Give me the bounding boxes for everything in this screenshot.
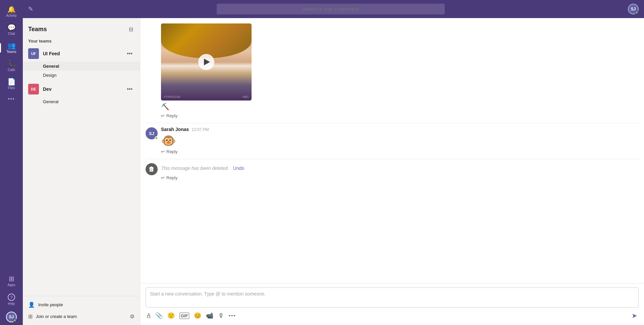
attach-icon: 📎 — [155, 312, 163, 319]
apps-icon: ⊞ — [9, 275, 14, 282]
sidebar-title: Teams — [28, 26, 47, 33]
apps-label: Apps — [8, 283, 15, 287]
compose-toolbar: A 📎 🙂 GIF 😊 📹 🎙 ••• — [146, 308, 639, 321]
nav-item-activity[interactable]: 🔔 Activity — [0, 3, 23, 21]
team-more-btn-dev[interactable]: ••• — [125, 85, 135, 93]
channel-item-general-uf[interactable]: General — [23, 62, 140, 71]
undo-button[interactable]: Undo — [233, 166, 244, 171]
list-item: 🗑 This message has been deleted. Undo ↩ … — [140, 160, 644, 184]
more-icon: ••• — [8, 96, 15, 101]
emoji-button[interactable]: 🙂 — [166, 311, 176, 321]
nav-item-files[interactable]: 📄 Files — [0, 75, 23, 93]
compose-placeholder: Start a new conversation. Type @ to ment… — [150, 291, 266, 297]
team-more-btn-ui-feed[interactable]: ••• — [125, 50, 135, 57]
nav-item-teams[interactable]: 👥 Teams — [0, 39, 23, 57]
reply-icon-3: ↩ — [161, 175, 165, 180]
divider-2 — [146, 159, 639, 159]
msg-avatar-deleted: 🗑 — [146, 163, 158, 175]
send-button[interactable]: ➤ — [630, 310, 639, 321]
team-row-dev[interactable]: DE Dev ••• — [23, 81, 140, 97]
reply-icon-1: ↩ — [161, 113, 165, 118]
nav-item-help[interactable]: ? Help — [0, 290, 23, 309]
invite-people-item[interactable]: 👤 Invite people — [28, 299, 135, 311]
sidebar-header: Teams ⊟ — [23, 18, 140, 37]
team-name-dev: Dev — [43, 86, 125, 92]
more-tools-button[interactable]: ••• — [227, 312, 237, 320]
join-team-item[interactable]: ⊞ Join or create a team ⚙ — [28, 311, 135, 322]
list-item: SJ Sarah Jonas 12:07 PM 🐵 ↩ Reply — [140, 124, 644, 158]
invite-icon: 👤 — [28, 302, 35, 308]
send-icon: ➤ — [632, 312, 637, 319]
left-nav: 🔔 Activity 💬 Chat 👥 Teams 📞 Calls 📄 File… — [0, 0, 23, 325]
join-icon: ⊞ — [28, 313, 33, 320]
avatar-status — [13, 319, 16, 322]
message-time: 12:07 PM — [192, 127, 209, 132]
search-bar-input[interactable] — [217, 4, 445, 14]
files-icon: 📄 — [7, 78, 16, 85]
video-message[interactable]: #THEISSUE NBC — [161, 23, 252, 101]
divider-1 — [146, 123, 639, 123]
compose-area: Start a new conversation. Type @ to ment… — [140, 283, 644, 325]
reply-icon-2: ↩ — [161, 149, 165, 154]
message-emoji: 🐵 — [161, 133, 639, 148]
filter-button[interactable]: ⊟ — [127, 25, 135, 34]
calls-icon: 📞 — [7, 60, 16, 67]
your-teams-label: Your teams — [23, 37, 140, 46]
msg-avatar-sarah: SJ — [146, 127, 158, 139]
more-tools-icon: ••• — [229, 313, 236, 318]
video-play-button[interactable] — [198, 54, 214, 70]
user-status-dot — [635, 11, 638, 14]
channel-item-general-dev[interactable]: General — [23, 97, 140, 106]
compose-new-icon[interactable]: ✎ — [28, 5, 33, 13]
activity-icon: 🔔 — [7, 6, 16, 13]
calls-label: Calls — [8, 68, 15, 72]
audio-button[interactable]: 🎙 — [217, 311, 225, 321]
activity-label: Activity — [6, 14, 17, 17]
meet-button[interactable]: 📹 — [205, 311, 215, 321]
audio-icon: 🎙 — [218, 312, 224, 319]
top-bar-overlay: ✎ SJ — [23, 0, 644, 18]
avatar[interactable]: SJ — [6, 312, 17, 322]
compose-input[interactable]: Start a new conversation. Type @ to ment… — [146, 287, 639, 308]
emoji-icon: 🙂 — [167, 312, 175, 319]
team-row-ui-feed[interactable]: UF UI Feed ••• — [23, 46, 140, 62]
nav-item-chat[interactable]: 💬 Chat — [0, 21, 23, 39]
channel-item-design[interactable]: Design — [23, 71, 140, 80]
table-row: #THEISSUE NBC ⛏️ ↩ Reply — [140, 21, 644, 122]
help-icon: ? — [8, 294, 15, 301]
team-name-ui-feed: UI Feed — [43, 51, 125, 56]
main-content: UF General Posts Files Wiki + ⊞ 📡 Org-wi… — [140, 0, 644, 325]
join-settings-icon[interactable]: ⚙ — [130, 313, 135, 320]
team-group-dev: DE Dev ••• General — [23, 81, 140, 106]
chat-icon: 💬 — [7, 24, 16, 31]
nav-item-calls[interactable]: 📞 Calls — [0, 57, 23, 75]
reply-button-2[interactable]: ↩ Reply — [161, 148, 177, 155]
message-body-2: Sarah Jonas 12:07 PM 🐵 ↩ Reply — [161, 127, 639, 155]
chat-label: Chat — [8, 32, 15, 36]
help-label: Help — [8, 302, 15, 306]
teams-icon: 👥 — [7, 42, 16, 49]
gif-button[interactable]: GIF — [178, 311, 191, 320]
message-sender: Sarah Jonas — [161, 127, 189, 132]
sticker-button[interactable]: 😊 — [193, 311, 203, 321]
message-body-3: This message has been deleted. Undo ↩ Re… — [161, 162, 639, 182]
nav-item-apps[interactable]: ⊞ Apps — [0, 272, 23, 290]
files-label: Files — [8, 86, 15, 90]
deleted-message-text: This message has been deleted. — [161, 166, 229, 171]
team-avatar-dev: DE — [28, 84, 39, 94]
online-status-dot — [155, 136, 158, 140]
sticker-icon: 😊 — [194, 312, 201, 319]
tools-emoji: ⛏️ — [161, 103, 639, 111]
team-avatar-ui-feed: UF — [28, 48, 39, 59]
meet-icon: 📹 — [206, 312, 213, 319]
reply-button-1[interactable]: ↩ Reply — [161, 112, 177, 120]
nav-item-more[interactable]: ••• — [0, 93, 23, 106]
user-avatar[interactable]: SJ — [628, 4, 639, 14]
messages-area: #THEISSUE NBC ⛏️ ↩ Reply SJ — [140, 18, 644, 283]
sidebar-footer: 👤 Invite people ⊞ Join or create a team … — [23, 296, 140, 325]
join-label: Join or create a team — [36, 314, 77, 319]
reply-button-3[interactable]: ↩ Reply — [161, 174, 177, 182]
attach-button[interactable]: 📎 — [154, 311, 164, 321]
sidebar: ✎ Teams ⊟ Your teams UF UI Feed ••• Gene… — [23, 0, 140, 325]
format-button[interactable]: A — [146, 311, 152, 320]
